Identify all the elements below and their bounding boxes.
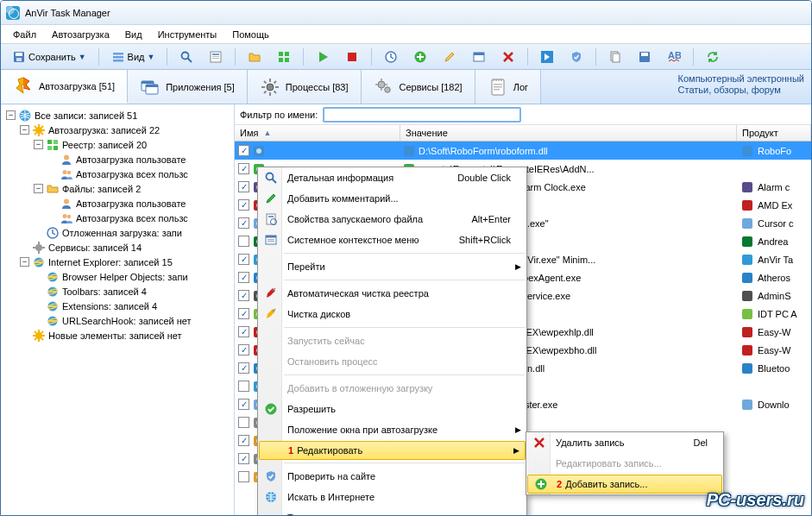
arrow-tool[interactable] (534, 47, 560, 66)
menu-tools[interactable]: Инструменты (151, 28, 224, 41)
window-tool[interactable] (466, 47, 492, 66)
svg-rect-9 (212, 53, 219, 55)
props-tool[interactable] (203, 47, 229, 66)
menu-item[interactable]: Положение окна при автозагрузке (258, 419, 526, 440)
row-checkbox[interactable] (238, 163, 249, 174)
col-product[interactable]: Продукт (737, 125, 811, 141)
expand-toggle[interactable]: − (20, 125, 29, 135)
edit-tool[interactable] (437, 47, 463, 66)
menu-item: Добавить в отложенную загрузку (258, 378, 526, 399)
row-checkbox[interactable] (238, 181, 249, 192)
run-tool[interactable] (310, 47, 336, 66)
tree-item[interactable]: Автозагрузка всех пользс (3, 167, 232, 181)
tree-view[interactable]: −Все записи: записей 51−Автозагрузка: за… (1, 104, 235, 515)
reg-tool[interactable] (271, 47, 297, 66)
row-checkbox[interactable] (238, 471, 249, 482)
menu-item[interactable]: Текстовые операции (258, 507, 526, 516)
row-checkbox[interactable] (238, 217, 249, 229)
clock-icon (46, 226, 60, 240)
menu-item[interactable]: Системное контекстное менюShift+RClick (258, 230, 526, 250)
expand-toggle[interactable]: − (34, 140, 43, 149)
refresh-tool[interactable] (700, 47, 726, 66)
tree-item[interactable]: Toolbars: записей 4 (3, 284, 232, 299)
tab-services[interactable]: Сервисы [182] (362, 70, 475, 104)
stop-tool[interactable] (339, 47, 365, 66)
tree-item[interactable]: Автозагрузка пользовате (3, 152, 232, 167)
tree-item[interactable]: URLSearchHook: записей нет (3, 313, 232, 328)
save-button[interactable]: Сохранить ▼ (6, 47, 92, 66)
menu-item[interactable]: Перейти (258, 256, 526, 277)
expand-toggle[interactable]: − (34, 184, 43, 193)
tab-apps[interactable]: Приложения [5] (128, 70, 248, 104)
tab-log[interactable]: Лог (475, 70, 541, 104)
check-tool[interactable] (563, 47, 589, 66)
tree-item[interactable]: −Все записи: записей 51 (3, 108, 232, 123)
abc-tool[interactable]: ABC (661, 47, 687, 66)
menu-item[interactable]: Добавить комментарий... (258, 188, 526, 209)
tab-processes[interactable]: Процессы [83] (248, 70, 362, 104)
menu-item[interactable]: Автоматическая чистка реестра (258, 283, 526, 304)
row-checkbox[interactable] (238, 199, 249, 211)
expand-toggle[interactable]: − (20, 257, 29, 267)
menu-item[interactable]: 1Редактировать (259, 441, 526, 460)
app-icon (740, 307, 754, 321)
row-checkbox[interactable] (238, 344, 249, 356)
menu-view[interactable]: Вид (118, 28, 149, 41)
filter-input[interactable] (323, 107, 521, 123)
tree-item[interactable]: −Автозагрузка: записей 22 (3, 123, 232, 137)
search-tool[interactable] (173, 47, 199, 66)
menu-item[interactable]: Удалить записьDel (526, 432, 723, 453)
row-checkbox[interactable] (238, 399, 249, 410)
expand-toggle[interactable]: − (6, 110, 16, 120)
menu-startup[interactable]: Автозагрузка (45, 28, 116, 41)
tree-item[interactable]: −Internet Explorer: записей 15 (3, 255, 232, 269)
del-tool[interactable] (495, 47, 521, 66)
row-checkbox[interactable] (238, 254, 249, 265)
header-links[interactable]: Компьютерный электронный Статьи, обзоры,… (671, 70, 811, 104)
row-checkbox[interactable] (238, 308, 249, 319)
view-button[interactable]: Вид ▼ (105, 47, 161, 66)
menu-item[interactable]: 2Добавить запись... (527, 475, 722, 494)
menu-file[interactable]: Файл (6, 28, 43, 41)
tree-item[interactable]: −Файлы: записей 2 (3, 181, 232, 196)
context-menu[interactable]: Детальная информацияDouble ClickДобавить… (257, 167, 527, 516)
menu-item[interactable]: Свойства запускаемого файлаAlt+Enter (258, 209, 526, 230)
copy-tool[interactable] (602, 47, 628, 66)
add-tool[interactable] (407, 47, 433, 66)
menu-item[interactable]: Чистка дисков (258, 304, 526, 324)
menu-item[interactable]: Проверить на сайте (258, 466, 526, 487)
tree-item[interactable]: Browser Helper Objects: запи (3, 269, 232, 284)
menu-help[interactable]: Помощь (225, 28, 276, 41)
tree-item[interactable]: −Реестр: записей 20 (3, 137, 232, 152)
tree-item[interactable]: Новые элементы: записей нет (3, 328, 232, 343)
tree-item[interactable]: Extensions: записей 4 (3, 299, 232, 313)
row-checkbox[interactable] (238, 381, 249, 392)
separator (303, 48, 304, 66)
tree-item[interactable]: Автозагрузка всех пользс (3, 211, 232, 225)
row-checkbox[interactable] (238, 435, 249, 446)
row-checkbox[interactable] (238, 362, 249, 374)
clock-tool[interactable] (378, 47, 404, 66)
folder-tool[interactable] (242, 47, 268, 66)
menu-item[interactable]: Разрешить (258, 399, 526, 419)
col-value[interactable]: Значение (400, 125, 737, 141)
tree-item[interactable]: Сервисы: записей 14 (3, 240, 232, 255)
tree-item[interactable]: Отложенная загрузка: запи (3, 225, 232, 240)
row-checkbox[interactable] (238, 417, 249, 428)
menu-item: Редактировать запись... (526, 453, 723, 474)
row-checkbox[interactable] (238, 145, 249, 156)
context-submenu[interactable]: Удалить записьDelРедактировать запись...… (526, 431, 724, 495)
table-row[interactable]: D:\Soft\RoboForm\roboform.dllRoboFo (235, 142, 811, 160)
expand-toggle (47, 169, 57, 179)
tree-item[interactable]: Автозагрузка пользовате (3, 196, 232, 211)
save2-tool[interactable] (632, 47, 658, 66)
menu-item[interactable]: Детальная информацияDouble Click (258, 167, 526, 188)
row-checkbox[interactable] (238, 236, 249, 247)
col-name[interactable]: Имя ▲ (235, 125, 400, 141)
row-checkbox[interactable] (238, 290, 249, 301)
tab-startup[interactable]: Автозагрузка [51] (1, 70, 128, 104)
row-checkbox[interactable] (238, 453, 249, 464)
row-checkbox[interactable] (238, 272, 249, 283)
row-checkbox[interactable] (238, 326, 249, 337)
menu-item[interactable]: Искать в Интернете (258, 487, 526, 507)
